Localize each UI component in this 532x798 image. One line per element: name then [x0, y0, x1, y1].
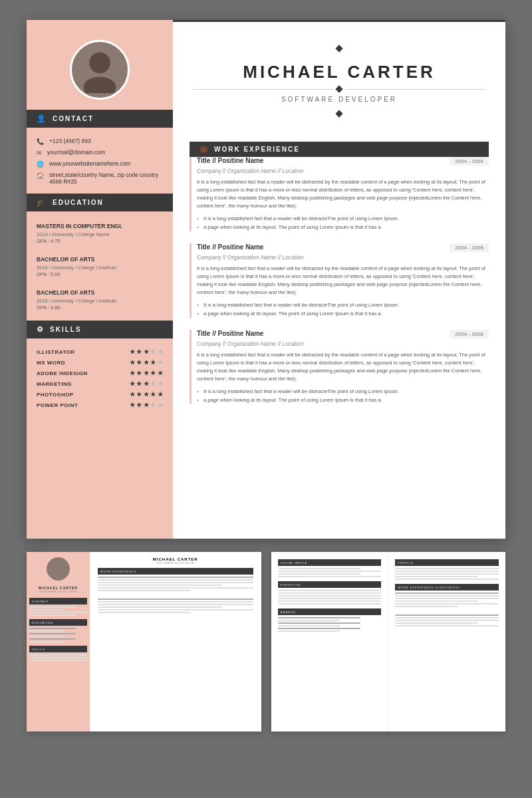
contact-section: 👤 CONTACT 📞 +123 (4567) 893 ✉ yourmail@d…: [27, 110, 173, 187]
skill-1-stars: ★ ★ ★ ★ ★: [130, 348, 164, 355]
job-3-header: Title // Positine Name 2004 - 2008: [197, 330, 489, 338]
education-header: 🎓 EDUCATION: [27, 194, 173, 211]
home-icon: 🏠: [37, 172, 44, 179]
job-entry-3: Title // Positine Name 2004 - 2008 Compa…: [190, 330, 489, 404]
skill-4: MARKETING ★ ★ ★ ★ ★: [27, 378, 173, 389]
skill-3-stars: ★ ★ ★ ★ ★: [130, 370, 164, 376]
preview-1-skills-bar: SKILLS: [29, 646, 87, 652]
svg-point-1: [84, 77, 116, 94]
education-item-2: BACHELOR OF ARTS 2018 / University / Col…: [27, 253, 173, 281]
profile-bar: PROFILE: [395, 559, 499, 566]
skill-5-stars: ★ ★ ★ ★ ★: [130, 391, 164, 398]
job-2-dates: 2004 - 2008: [450, 243, 489, 252]
job-1-title: Title // Positine Name: [197, 157, 263, 164]
job-1-bullet-2: a page when looking at its layout. The p…: [197, 223, 489, 231]
skills-section: ⚙ SKILLS ILLISTRATOR ★ ★ ★ ★ ★ MS WORD: [27, 321, 173, 410]
job-3-title: Title // Positine Name: [197, 330, 263, 337]
resume-header: MICHAEL CARTER SOFTWARE DEVELOPER: [173, 20, 505, 132]
preview-card-2: SOCIAL MEDIA EXPERTISE: [271, 552, 506, 732]
svg-rect-2: [335, 45, 342, 52]
education-item-1: MASTERS IN COMPUTER ENGI. 2014 / Univers…: [27, 219, 173, 247]
main-content: MICHAEL CARTER SOFTWARE DEVELOPER: [173, 20, 505, 539]
gear-icon: ⚙: [37, 325, 45, 334]
preview-1-subtitle: SOFTWARE DEVELOPER: [29, 590, 87, 593]
avatar-area: [27, 20, 173, 110]
svg-point-0: [89, 53, 110, 74]
contact-website: 🌐 www.yourwebsitenamehere.com: [27, 158, 173, 170]
diamond-icon-top: [334, 43, 344, 54]
preview-1-content: MICHAEL CARTER SOFTWARE DEVELOPER WORK E…: [90, 552, 261, 732]
preview-1-edu-bar: EDUCATION: [29, 619, 87, 626]
diamond-icon-bottom: [334, 108, 344, 119]
edu-degree-2: BACHELOR OF ARTS: [37, 256, 163, 263]
awards-bar: AWARDS: [278, 608, 382, 615]
job-3-company: Company // Organization Name // Location: [197, 340, 489, 347]
name-divider: [193, 86, 485, 92]
edu-degree-1: MASTERS IN COMPUTER ENGI.: [37, 223, 163, 230]
preview-2-col1: SOCIAL MEDIA EXPERTISE: [271, 552, 389, 732]
skill-4-stars: ★ ★ ★ ★ ★: [130, 380, 164, 387]
edu-year-3: 2018 / University / College / Institute: [37, 298, 163, 304]
job-2-bullets: It is a long established fact that a rea…: [197, 301, 489, 318]
job-3-description: It is a long established fact that a rea…: [197, 351, 489, 383]
job-1-company: Company // Organization Name // Location: [197, 168, 489, 174]
social-media-bar: SOCIAL MEDIA: [278, 559, 382, 566]
person-icon: 👤: [37, 114, 47, 123]
edu-gpa-2: GPA : 5.00: [37, 271, 163, 277]
skill-2-stars: ★ ★ ★ ★ ★: [130, 359, 164, 366]
edu-degree-3: BACHELOR OF ARTS: [37, 289, 163, 297]
web-icon: 🌐: [37, 161, 44, 168]
avatar-silhouette: [76, 47, 123, 93]
preview-1-main-title: SOFTWARE DEVELOPER: [95, 561, 256, 565]
job-1-dates: 2004 - 2008: [450, 157, 489, 166]
job-2-title: Title // Positine Name: [197, 243, 263, 251]
bottom-previews: MICHAEL CARTER SOFTWARE DEVELOPER CONTAC…: [27, 552, 505, 732]
contact-phone: 📞 +123 (4567) 893: [27, 136, 173, 147]
skill-3: ADOBE INDESIGN ★ ★ ★ ★ ★: [27, 368, 173, 378]
briefcase-icon: 💼: [200, 146, 209, 153]
job-2-header: Title // Positine Name 2004 - 2008: [197, 243, 489, 252]
edu-year-2: 2018 / University / College / Institute: [37, 265, 163, 271]
work-experience-header: 💼 WORK EXPERIENCE: [190, 142, 489, 157]
work-exp-cont-bar: WORK EXPERIENCE (CONTINUED): [395, 584, 499, 591]
job-entry-1: Title // Positine Name 2004 - 2008 Compa…: [190, 157, 489, 231]
expertise-bar: EXPERTISE: [278, 581, 382, 588]
phone-icon: 📞: [37, 138, 44, 145]
skill-6: POWER POINT ★ ★ ★ ★ ★: [27, 400, 173, 410]
preview-1-contact-bar: CONTACT: [29, 598, 87, 604]
job-3-dates: 2004 - 2008: [450, 330, 489, 338]
graduation-icon: 🎓: [37, 198, 47, 207]
contact-address: 🏠 street,state/country Name, zip code co…: [27, 170, 173, 187]
diamond-top: [193, 43, 485, 57]
diamond-divider-shape: [335, 85, 342, 92]
job-3-bullet-2: a page when looking at its layout. The p…: [197, 396, 489, 404]
contact-header: 👤 CONTACT: [27, 110, 173, 128]
preview-2-col2: PROFILE WORK EXPERIENCE (CONTINUED): [388, 552, 505, 732]
skill-6-stars: ★ ★ ★ ★ ★: [130, 402, 164, 408]
preview-1-sidebar: MICHAEL CARTER SOFTWARE DEVELOPER CONTAC…: [27, 552, 90, 732]
header-top-bar: [173, 20, 505, 22]
job-2-bullet-1: It is a long established fact that a rea…: [197, 301, 489, 309]
skill-5: PHOTOSHOP ★ ★ ★ ★ ★: [27, 389, 173, 400]
contact-email: ✉ yourmail@domain.com: [27, 147, 173, 158]
job-3-bullets: It is a long established fact that a rea…: [197, 387, 489, 404]
svg-rect-3: [335, 110, 342, 117]
edu-year-1: 2014 / University / College Name: [37, 231, 163, 237]
skill-1: ILLISTRATOR ★ ★ ★ ★ ★: [27, 346, 173, 357]
preview-1-work-bar: WORK EXPERIENCE: [98, 568, 253, 575]
edu-gpa-1: GPA : 4.75: [37, 238, 163, 244]
job-1-bullet-1: It is a long established fact that a rea…: [197, 214, 489, 223]
resume-sidebar: 👤 CONTACT 📞 +123 (4567) 893 ✉ yourmail@d…: [27, 20, 173, 539]
skill-2: MS WORD ★ ★ ★ ★ ★: [27, 357, 173, 368]
edu-gpa-3: GPA : 4.80: [37, 305, 163, 311]
preview-card-1: MICHAEL CARTER SOFTWARE DEVELOPER CONTAC…: [27, 552, 261, 732]
education-section: 🎓 EDUCATION MASTERS IN COMPUTER ENGI. 20…: [27, 194, 173, 314]
job-1-bullets: It is a long established fact that a rea…: [197, 214, 489, 231]
resume-main-card: 👤 CONTACT 📞 +123 (4567) 893 ✉ yourmail@d…: [27, 20, 505, 539]
job-2-company: Company // Organization Name // Location: [197, 254, 489, 261]
candidate-name: MICHAEL CARTER: [193, 62, 485, 82]
job-entry-2: Title // Positine Name 2004 - 2008 Compa…: [190, 243, 489, 318]
education-item-3: BACHELOR OF ARTS 2018 / University / Col…: [27, 286, 173, 314]
job-3-bullet-1: It is a long established fact that a rea…: [197, 387, 489, 396]
page-background: 👤 CONTACT 📞 +123 (4567) 893 ✉ yourmail@d…: [0, 0, 532, 798]
